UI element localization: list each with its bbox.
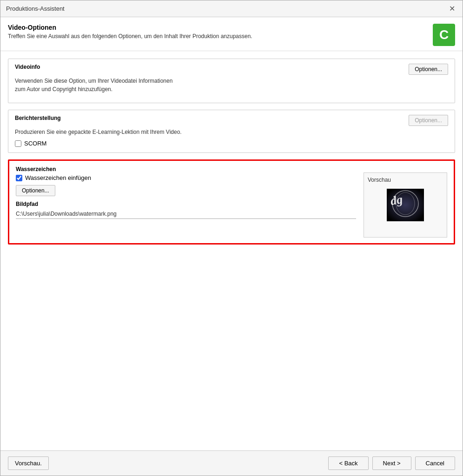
dialog: Produktions-Assistent ✕ Video-Optionen T… (0, 0, 463, 476)
content-area: Videoinfo Optionen... Verwenden Sie dies… (0, 51, 463, 450)
header-text: Video-Optionen Treffen Sie eine Auswahl … (8, 24, 252, 40)
berichterstellung-options-button[interactable]: Optionen... (409, 115, 448, 126)
footer-left: Vorschau. (8, 456, 49, 470)
scorm-checkbox[interactable] (15, 140, 21, 147)
wasserzeichen-section: Wasserzeichen Wasserzeichen einfügen Opt… (8, 159, 455, 245)
videoinfo-description: Verwenden Sie diese Option, um Ihrer Vid… (15, 77, 448, 93)
cancel-button[interactable]: Cancel (415, 456, 455, 470)
close-button[interactable]: ✕ (447, 4, 457, 13)
footer-right: < Back Next > Cancel (328, 456, 455, 470)
scorm-row: SCORM (15, 140, 448, 147)
berichterstellung-title: Berichterstellung (15, 115, 61, 121)
footer: Vorschau. < Back Next > Cancel (0, 450, 463, 476)
back-button[interactable]: < Back (328, 456, 368, 470)
watermark-checkbox-label[interactable]: Wasserzeichen einfügen (25, 174, 91, 181)
bildpfad-label: Bildpfad (16, 201, 356, 207)
preview-label: Vorschau (368, 177, 391, 183)
preview-box: Vorschau dg (364, 172, 447, 238)
watermark-checkbox-row: Wasserzeichen einfügen (16, 174, 356, 181)
berichterstellung-section: Berichterstellung Optionen... Produziere… (8, 110, 455, 153)
title-bar: Produktions-Assistent ✕ (0, 0, 463, 17)
wasserzeichen-right: Vorschau dg (364, 172, 447, 238)
watermark-options-button[interactable]: Optionen... (16, 185, 55, 196)
wasserzeichen-left: Wasserzeichen einfügen Optionen... Bildp… (16, 172, 356, 238)
videoinfo-options-button[interactable]: Optionen... (409, 64, 448, 75)
berichterstellung-description: Produzieren Sie eine gepackte E-Learning… (15, 128, 448, 136)
page-title: Video-Optionen (8, 24, 252, 31)
next-button[interactable]: Next > (372, 456, 411, 470)
logo-letter: C (439, 27, 449, 42)
videoinfo-section: Videoinfo Optionen... Verwenden Sie dies… (8, 59, 455, 103)
dialog-title: Produktions-Assistent (6, 5, 65, 12)
preview-button[interactable]: Vorschau. (8, 456, 49, 470)
watermark-preview-image: dg (387, 189, 424, 221)
scorm-label[interactable]: SCORM (24, 140, 46, 147)
videoinfo-title: Videoinfo (15, 64, 40, 70)
wasserzeichen-inner: Wasserzeichen einfügen Optionen... Bildp… (16, 172, 447, 238)
header-section: Video-Optionen Treffen Sie eine Auswahl … (0, 17, 463, 51)
page-description: Treffen Sie eine Auswahl aus den folgend… (8, 33, 252, 40)
wasserzeichen-title: Wasserzeichen (16, 166, 56, 172)
app-logo: C (433, 24, 455, 46)
watermark-checkbox[interactable] (16, 175, 22, 181)
bildpfad-input[interactable] (16, 209, 356, 219)
